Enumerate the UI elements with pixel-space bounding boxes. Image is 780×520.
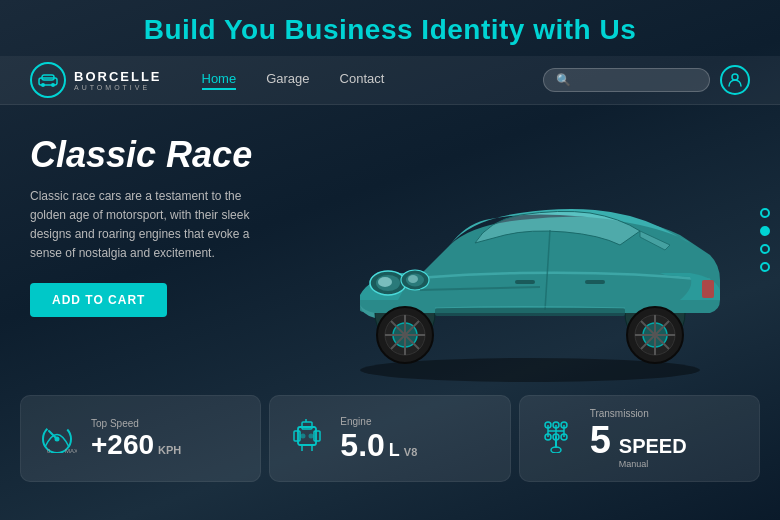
stat-engine-info: Engine 5.0 L V8	[340, 416, 417, 461]
nav-home[interactable]: Home	[202, 71, 237, 90]
stat-trans-info: Transmission 5 SPEED Manual	[590, 408, 687, 469]
svg-point-9	[378, 277, 392, 287]
svg-point-3	[51, 83, 55, 87]
search-icon: 🔍	[556, 73, 571, 87]
nav-links: Home Garage Contact	[202, 71, 544, 90]
stat-engine-unit: L	[389, 440, 400, 461]
search-box[interactable]: 🔍	[543, 68, 710, 92]
nav-garage[interactable]: Garage	[266, 71, 309, 90]
car-title: Classic Race	[30, 135, 310, 175]
stat-speed-label: Top Speed	[91, 418, 181, 429]
logo-subtitle: AUTOMOTIVE	[74, 84, 162, 91]
svg-point-33	[55, 437, 60, 442]
svg-rect-14	[585, 280, 605, 284]
logo-name: BORCELLE	[74, 69, 162, 84]
search-input[interactable]	[577, 73, 697, 87]
navbar: BORCELLE AUTOMOTIVE Home Garage Contact …	[0, 56, 780, 105]
user-icon[interactable]	[720, 65, 750, 95]
svg-point-2	[41, 83, 45, 87]
svg-rect-13	[515, 280, 535, 284]
stats-bar: 0 MAX Top Speed +260 KPH	[0, 385, 780, 492]
svg-rect-29	[435, 308, 625, 316]
svg-point-42	[309, 434, 314, 439]
engine-icon	[286, 417, 326, 460]
car-image	[320, 125, 720, 385]
svg-point-41	[301, 434, 306, 439]
stat-engine-value: 5.0	[340, 429, 384, 461]
dots-navigation	[760, 208, 770, 272]
left-content: Classic Race Classic race cars are a tes…	[30, 125, 310, 365]
speedometer-icon: 0 MAX	[37, 417, 77, 460]
svg-rect-37	[294, 431, 300, 441]
transmission-icon	[536, 417, 576, 460]
nav-contact[interactable]: Contact	[340, 71, 385, 90]
stat-top-speed: 0 MAX Top Speed +260 KPH	[20, 395, 261, 482]
logo: BORCELLE AUTOMOTIVE	[30, 62, 162, 98]
car-image-area	[310, 125, 750, 365]
stat-engine-sub: V8	[404, 446, 417, 458]
logo-text: BORCELLE AUTOMOTIVE	[74, 69, 162, 91]
stat-trans-sublabel: Manual	[619, 459, 687, 469]
dot-4[interactable]	[760, 262, 770, 272]
stat-trans-unit: SPEED	[619, 435, 687, 458]
stat-trans-label: Transmission	[590, 408, 687, 419]
stat-speed-unit: KPH	[158, 444, 181, 456]
stat-trans-value: 5	[590, 421, 611, 459]
dot-1[interactable]	[760, 208, 770, 218]
main-content: Classic Race Classic race cars are a tes…	[0, 105, 780, 375]
logo-icon	[30, 62, 66, 98]
svg-rect-30	[702, 280, 714, 298]
page-headline: Build You Business Identity with Us	[0, 0, 780, 56]
stat-speed-value: +260	[91, 431, 154, 459]
svg-rect-39	[302, 422, 312, 429]
svg-text:MAX: MAX	[65, 448, 77, 453]
svg-point-12	[408, 275, 418, 283]
stat-speed-info: Top Speed +260 KPH	[91, 418, 181, 459]
stat-engine-label: Engine	[340, 416, 417, 427]
dot-2[interactable]	[760, 226, 770, 236]
car-description: Classic race cars are a testament to the…	[30, 187, 250, 264]
stat-engine: Engine 5.0 L V8	[269, 395, 510, 482]
dot-3[interactable]	[760, 244, 770, 254]
stat-transmission: Transmission 5 SPEED Manual	[519, 395, 760, 482]
add-to-cart-button[interactable]: ADD TO CART	[30, 283, 167, 317]
search-area: 🔍	[543, 65, 750, 95]
svg-rect-38	[314, 431, 320, 441]
svg-point-4	[732, 74, 738, 80]
